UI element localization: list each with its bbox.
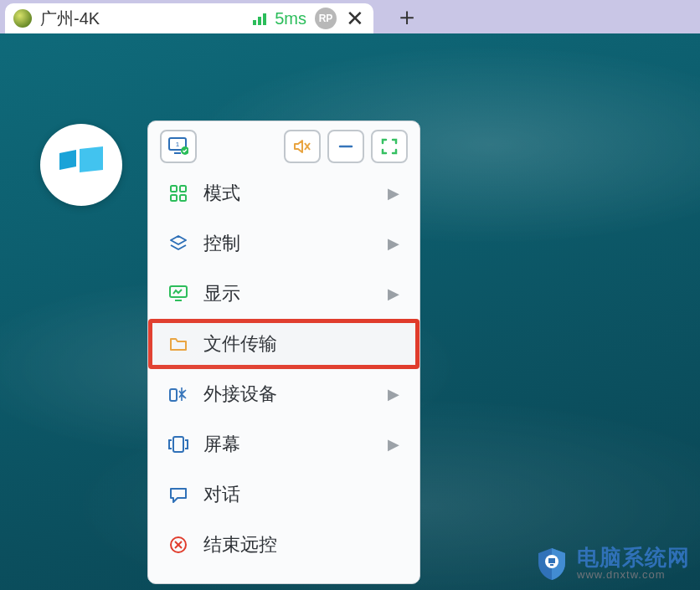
- tab-favicon: [13, 9, 32, 28]
- menu-label: 结束远控: [203, 532, 399, 557]
- svg-rect-13: [170, 389, 177, 401]
- svg-rect-9: [171, 195, 177, 201]
- svg-rect-10: [180, 195, 186, 201]
- svg-rect-19: [548, 558, 555, 563]
- fullscreen-button[interactable]: [371, 130, 408, 163]
- svg-line-4: [305, 143, 310, 150]
- svg-rect-20: [550, 564, 553, 566]
- svg-rect-7: [171, 186, 177, 192]
- menu-label: 控制: [203, 231, 373, 256]
- tab-title: 广州-4K: [40, 8, 244, 30]
- monitor-check-icon: 1: [168, 137, 188, 156]
- watermark-url: www.dnxtw.com: [577, 569, 690, 581]
- chevron-right-icon: ▶: [388, 285, 399, 303]
- menu-item-end-session[interactable]: 结束远控: [148, 520, 419, 570]
- folder-icon: [168, 336, 188, 351]
- signal-icon: [253, 12, 266, 25]
- menu-item-screen[interactable]: 屏幕 ▶: [148, 419, 419, 469]
- minimize-button[interactable]: [327, 130, 364, 163]
- monitor-icon: [168, 285, 188, 302]
- app-logo[interactable]: [40, 124, 122, 206]
- todesk-logo-icon: [58, 146, 105, 183]
- watermark-title: 电脑系统网: [577, 546, 690, 570]
- remote-desktop: 1: [0, 33, 700, 590]
- latency-value: 5ms: [275, 9, 306, 28]
- close-circle-icon: [168, 536, 188, 554]
- menu-label: 屏幕: [203, 432, 373, 457]
- svg-point-18: [545, 555, 558, 568]
- menu-label: 显示: [203, 281, 373, 306]
- watermark: 电脑系统网 www.dnxtw.com: [533, 545, 690, 582]
- devices-icon: [168, 386, 188, 403]
- panel-toolbar: 1: [148, 121, 419, 168]
- svg-line-5: [305, 143, 310, 150]
- menu-item-external-devices[interactable]: 外接设备 ▶: [148, 369, 419, 419]
- screens-icon: [168, 436, 188, 453]
- menu-item-chat[interactable]: 对话: [148, 469, 419, 520]
- chevron-right-icon: ▶: [388, 184, 399, 203]
- chevron-right-icon: ▶: [388, 435, 399, 454]
- new-tab-button[interactable]: ＋: [390, 0, 424, 34]
- svg-line-16: [175, 541, 182, 548]
- browser-tab[interactable]: 广州-4K 5ms RP ✕: [5, 3, 373, 33]
- chat-icon: [168, 486, 188, 503]
- speaker-mute-icon: [292, 137, 312, 156]
- minimize-icon: [337, 137, 355, 156]
- menu-item-control[interactable]: 控制 ▶: [148, 218, 419, 269]
- grid-icon: [168, 185, 188, 202]
- svg-rect-11: [170, 286, 187, 297]
- rp-badge: RP: [315, 8, 337, 29]
- monitor-status-button[interactable]: 1: [160, 130, 197, 163]
- control-panel: 1: [147, 121, 420, 584]
- close-tab-button[interactable]: ✕: [345, 6, 365, 32]
- menu-label: 模式: [203, 181, 373, 206]
- fullscreen-icon: [380, 137, 399, 156]
- svg-text:1: 1: [176, 141, 180, 148]
- menu-item-file-transfer[interactable]: 文件传输: [148, 319, 419, 369]
- svg-line-17: [175, 541, 182, 548]
- chevron-right-icon: ▶: [388, 385, 399, 403]
- menu-label: 对话: [203, 482, 399, 507]
- svg-point-3: [181, 146, 188, 155]
- svg-rect-14: [173, 437, 183, 452]
- menu-label: 文件传输: [203, 331, 399, 357]
- menu-item-mode[interactable]: 模式 ▶: [148, 168, 419, 218]
- mute-button[interactable]: [284, 130, 321, 163]
- menu-label: 外接设备: [203, 382, 373, 407]
- layers-icon: [168, 234, 188, 253]
- watermark-logo-icon: [533, 545, 570, 582]
- tab-bar: 广州-4K 5ms RP ✕ ＋: [0, 0, 700, 33]
- svg-rect-0: [169, 138, 186, 150]
- menu-item-display[interactable]: 显示 ▶: [148, 269, 419, 319]
- svg-point-15: [171, 537, 186, 552]
- chevron-right-icon: ▶: [388, 234, 399, 253]
- svg-rect-8: [180, 186, 186, 192]
